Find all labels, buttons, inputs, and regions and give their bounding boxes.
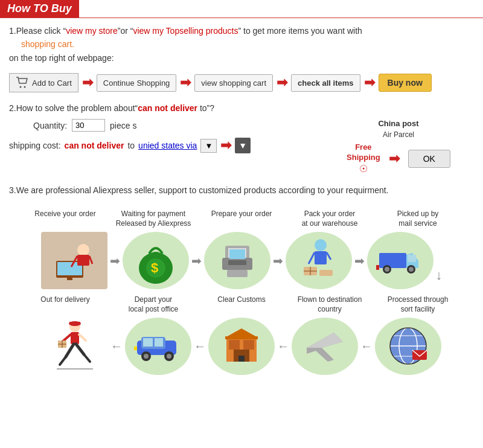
bottom-arrow2: ← [277,339,289,353]
icon-receive [41,232,107,289]
view-cart-step: view shopping cart [194,74,273,92]
cannot-deliver-label: can not deliver [65,141,124,150]
china-post-label: China post Air Parcel [378,119,418,139]
svg-rect-45 [238,356,245,362]
icon-prepare [204,232,270,289]
plane-icon [304,327,346,366]
icon-delivery [42,318,108,375]
icon-depart [125,318,191,375]
arrow1: ➡ [82,76,93,89]
svg-rect-26 [408,255,416,262]
view-store-link[interactable]: view my store [66,26,118,36]
shipping-arrow: ➡ [220,139,231,152]
section1: 1.Please click “view my store”or “view m… [9,24,474,65]
section2: 2.How to solve the problem about“can not… [9,103,474,174]
svg-rect-49 [155,338,163,347]
icon-flown [292,318,358,375]
qty-input[interactable] [72,119,105,132]
top-arrow2: ➡ [191,254,202,268]
down-arrow: ↓ [436,267,443,289]
svg-rect-41 [243,340,254,350]
label-flown: Flown to destinationcountry [286,295,374,314]
printer-icon [216,241,258,280]
arrow4: ➡ [364,76,375,89]
svg-rect-16 [227,270,248,277]
svg-rect-19 [315,251,327,264]
qty-row: Quantity: piece s [33,119,311,132]
arrow3: ➡ [277,76,287,89]
ok-arrow: ➡ [389,152,400,165]
view-cart-label: view shopping cart [201,78,266,88]
free-shipping-badge: FreeShipping ☉ [347,142,380,174]
buy-now-step[interactable]: Buy now [379,74,432,92]
buy-now-label: Buy now [388,78,423,88]
check-items-step: check all items [291,74,360,92]
svg-rect-57 [69,322,80,325]
icon-payment: $ $ [123,232,189,289]
qty-label: Quantity: [33,121,67,130]
icon-pickup [367,232,433,289]
bottom-arrow1: ← [360,339,373,353]
cannot-deliver-text: can not deliver [138,103,197,113]
continue-shopping-step: Continue Shopping [97,74,177,92]
icon-pack [286,232,352,289]
ok-button[interactable]: OK [408,150,450,168]
svg-marker-44 [225,328,258,338]
shopping-cart-link[interactable]: shopping cart. [21,39,74,49]
label-prepare: Prepare your order [197,210,286,228]
qty-suffix: piece s [110,121,136,130]
process-diagram: Receive your order Waiting for paymentRe… [9,210,474,379]
svg-point-30 [409,267,414,272]
svg-line-67 [84,354,90,362]
carrier-dropdown[interactable]: ▼ [235,138,251,153]
check-items-label: check all items [298,78,354,88]
shipping-to: to [127,141,135,150]
icon-sort [375,318,441,375]
svg-rect-54 [134,347,137,350]
top-icons-row: ➡ $ $ ➡ [9,228,474,293]
svg-line-65 [76,344,84,354]
svg-point-28 [385,267,389,272]
step-flow: Add to Cart ➡ Continue Shopping ➡ view s… [9,73,474,92]
svg-point-0 [20,86,22,88]
bottom-labels-row: Processed throughsort facility Flown to … [9,295,474,314]
icon-customs [208,318,275,375]
label-receive: Receive your order [21,210,109,228]
shipping-label: shipping cost: [9,141,61,150]
section3-text: 3.We are professional Aliexpress seller,… [9,185,474,195]
ok-label: OK [423,154,435,164]
shipping-via: unied states via [138,141,197,150]
truck-icon [376,244,424,277]
section2-left: Quantity: piece s shipping cost: can not… [9,119,311,153]
top-labels-row: Receive your order Waiting for paymentRe… [9,210,474,228]
cart-step-label: Add to Cart [32,78,72,88]
cart-icon [16,77,29,89]
bottom-icons-row: ← ← ← [9,314,474,379]
label-customs: Clear Customs [197,295,286,314]
view-topselling-link[interactable]: view my Topselling products [133,26,238,36]
bottom-arrow3: ← [194,339,206,353]
label-sort: Processed throughsort facility [374,295,462,314]
label-delivery: Out for delivery [21,295,109,314]
svg-text:$: $ [151,260,158,275]
continue-shopping-label: Continue Shopping [103,78,170,88]
runner-icon [51,319,99,374]
svg-rect-6 [77,255,89,266]
svg-line-60 [79,334,86,341]
svg-point-18 [315,239,327,251]
svg-rect-58 [71,332,79,344]
svg-point-51 [144,354,149,359]
header-bar: How TO Buy [0,0,79,18]
shipping-via-dropdown[interactable]: ▼ [200,139,217,153]
svg-rect-24 [379,253,406,268]
section2-title: 2.How to solve the problem about“can not… [9,103,474,113]
svg-rect-4 [67,278,72,280]
svg-rect-17 [229,249,245,259]
bottom-arrow4: ← [110,339,123,353]
svg-point-5 [77,244,89,256]
globe-icon [386,324,431,369]
svg-rect-40 [229,340,240,350]
top-arrow4: ➡ [354,254,365,268]
section2-right: China post Air Parcel FreeShipping ☉ ➡ O… [323,119,474,174]
top-arrow1: ➡ [110,254,120,268]
